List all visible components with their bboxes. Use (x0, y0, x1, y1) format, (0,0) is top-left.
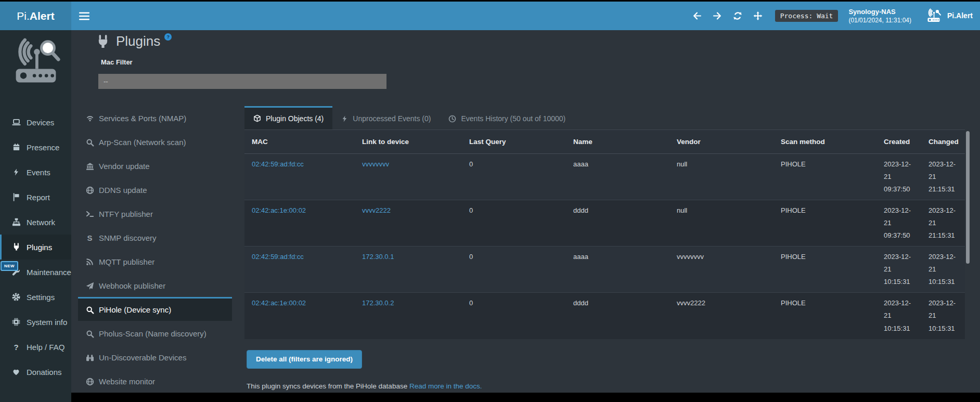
column-header-vendor: Vendor (669, 130, 773, 154)
plugin-nav-item-pholus[interactable]: Pholus-Scan (Name discovery) (78, 321, 232, 345)
plugin-detail-panel: Plugin Objects (4) Unprocessed Events (0… (244, 106, 965, 390)
forward-arrow-icon[interactable] (713, 11, 722, 20)
sidebar-item-events[interactable]: Events (0, 160, 71, 185)
plugin-nav-item-pihole[interactable]: PiHole (Device sync) (78, 297, 232, 321)
plugin-description-text: This plugin syncs devices from the PiHol… (247, 382, 407, 390)
sidebar-item-label: Presence (27, 143, 59, 152)
column-header-scan-method: Scan method (773, 130, 876, 154)
column-header-changed: Changed (921, 130, 965, 154)
column-header-link: Link to device (355, 130, 462, 154)
device-link[interactable]: 172.30.0.1 (362, 253, 394, 261)
sidebar-item-donations[interactable]: Donations (0, 359, 71, 384)
table-row: 02:42:ac:1e:00:02 172.30.0.2 0 dddd vvvv… (244, 293, 965, 339)
brand-suffix: Alert (30, 10, 55, 22)
last-query-cell: 0 (462, 200, 566, 247)
plugin-nav-item-arpscan[interactable]: Arp-Scan (Network scan) (78, 129, 232, 153)
last-query-cell: 0 (462, 293, 566, 339)
plugin-nav-item-ddns[interactable]: DDNS update (78, 177, 232, 201)
table-body: 02:42:59:ad:fd:cc vvvvvvvv 0 aaaa null P… (244, 154, 965, 339)
plugin-nav-label: SNMP discovery (99, 234, 157, 242)
vendor-cell: null (669, 200, 773, 247)
created-cell: 2023-12-21 10:15:31 (876, 293, 921, 339)
sidebar-item-label: Maintenance (27, 268, 71, 277)
sidebar-item-system-info[interactable]: System info (0, 309, 71, 334)
mac-link[interactable]: 02:42:59:ad:fd:cc (252, 253, 304, 261)
device-link[interactable]: 172.30.0.2 (362, 299, 394, 307)
sidebar-item-label: Report (27, 193, 50, 202)
plugin-nav-item-ntfy[interactable]: NTFY publisher (78, 201, 232, 225)
device-link[interactable]: vvvvvvvv (362, 160, 389, 168)
vendor-cell: vvvv2222 (669, 293, 773, 339)
brand-logo[interactable]: Pi.Alert (0, 2, 71, 30)
tab-unprocessed-events[interactable]: Unprocessed Events (0) (332, 106, 440, 129)
plugin-nav-item-vendor-update[interactable]: Vendor update (78, 153, 232, 177)
sidebar-item-presence[interactable]: Presence (0, 135, 71, 160)
plugin-nav-item-webhook[interactable]: Webhook publisher (78, 273, 232, 297)
tab-plugin-objects[interactable]: Plugin Objects (4) (244, 106, 332, 129)
process-status-badge: Process: Wait (775, 10, 839, 22)
back-arrow-icon[interactable] (692, 11, 702, 20)
page-title-text: Plugins (116, 31, 160, 51)
mac-link[interactable]: 02:42:59:ad:fd:cc (252, 160, 304, 168)
plugin-nav-item-mqtt[interactable]: MQTT publisher (78, 249, 232, 273)
column-header-last-query: Last Query (462, 130, 566, 154)
tab-label: Unprocessed Events (0) (353, 114, 431, 123)
device-link[interactable]: vvvv2222 (362, 206, 391, 214)
sidebar-item-settings[interactable]: Settings (0, 284, 71, 309)
read-docs-link[interactable]: Read more in the docs. (409, 382, 482, 390)
host-timestamp: (01/01/2024, 11:31:04) (848, 16, 911, 24)
question-icon: ? (11, 343, 21, 352)
search-icon (85, 306, 94, 314)
sidebar: Devices Presence Events Report Network P… (0, 30, 71, 402)
sidebar-item-plugins[interactable]: Plugins (0, 235, 71, 260)
table-scrollbar[interactable] (966, 131, 970, 264)
tab-events-history[interactable]: Events History (50 out of 10000) (440, 106, 574, 129)
last-query-cell: 0 (462, 154, 566, 200)
vendor-cell: vvvvvvvv (669, 247, 773, 293)
link-to-device-cell: 172.30.0.1 (355, 247, 462, 293)
mac-link[interactable]: 02:42:ac:1e:00:02 (252, 299, 306, 307)
delete-all-button[interactable]: Delete all (filters are ignored) (247, 350, 362, 369)
binoculars-icon (85, 354, 94, 362)
mac-cell: 02:42:ac:1e:00:02 (244, 200, 355, 247)
sidebar-item-report[interactable]: Report (0, 185, 71, 210)
sidebar-nav: Devices Presence Events Report Network P… (0, 110, 71, 384)
sidebar-item-label: Network (27, 218, 55, 227)
sidebar-item-help-faq[interactable]: ? Help / FAQ (0, 334, 71, 359)
plugin-nav-item-undiscoverable[interactable]: Un-Discoverable Devices (78, 345, 232, 369)
link-to-device-cell: vvvvvvvv (355, 154, 462, 200)
globe-icon (85, 186, 94, 194)
microchip-icon (11, 318, 21, 326)
plugin-nav-label: Pholus-Scan (Name discovery) (99, 329, 207, 338)
sidebar-item-label: Devices (27, 118, 54, 127)
heart-icon (11, 368, 21, 376)
gear-icon (11, 293, 21, 301)
bank-icon (85, 162, 94, 171)
plugin-nav-item-snmp[interactable]: S SNMP discovery (78, 225, 232, 249)
host-info: Synology-NAS (01/01/2024, 11:31:04) (848, 7, 911, 25)
bolt-icon (341, 115, 348, 123)
clock-icon (448, 115, 456, 123)
plug-icon (11, 243, 21, 251)
mac-cell: 02:42:59:ad:fd:cc (244, 154, 355, 200)
mac-filter-input[interactable] (98, 74, 386, 89)
plugin-nav-label: PiHole (Device sync) (99, 305, 171, 314)
plugin-nav-label: Website monitor (99, 377, 155, 386)
mac-link[interactable]: 02:42:ac:1e:00:02 (252, 206, 306, 214)
menu-toggle-icon[interactable] (79, 12, 89, 20)
sidebar-item-label: Plugins (27, 243, 52, 252)
tab-label: Events History (50 out of 10000) (461, 114, 565, 123)
plugin-nav-label: Services & Ports (NMAP) (99, 114, 186, 123)
plug-icon (96, 35, 110, 49)
help-badge-icon[interactable]: ? (164, 33, 172, 41)
plugin-nav-label: Webhook publisher (99, 281, 165, 290)
sidebar-item-devices[interactable]: Devices (0, 110, 71, 135)
plugin-nav-item-website-monitor[interactable]: Website monitor (78, 369, 232, 393)
scan-method-cell: PIHOLE (773, 154, 876, 200)
move-icon[interactable] (753, 11, 763, 20)
refresh-icon[interactable] (733, 11, 742, 20)
terminal-icon (85, 210, 94, 218)
sidebar-item-network[interactable]: Network (0, 210, 71, 235)
globe-icon (85, 378, 94, 386)
plugin-nav-item-nmap[interactable]: Services & Ports (NMAP) (78, 106, 232, 129)
